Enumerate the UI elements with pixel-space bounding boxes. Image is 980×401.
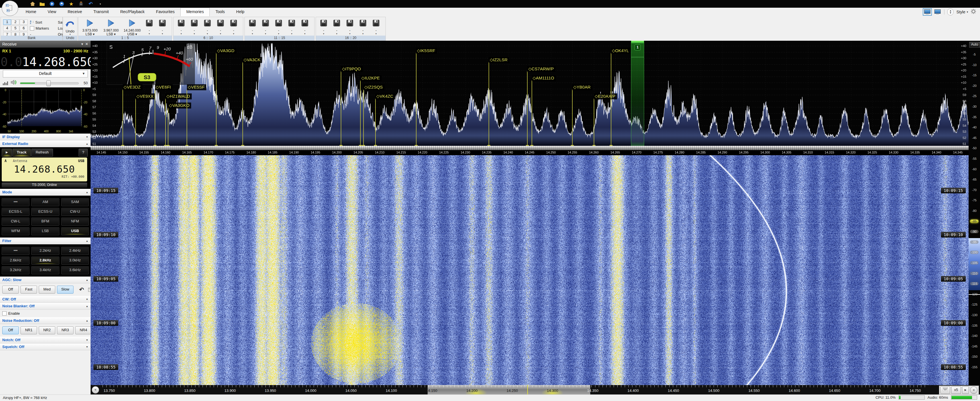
- mode-button-sam[interactable]: SAM: [61, 198, 89, 206]
- memory-save-icon[interactable]: [230, 19, 237, 27]
- scroll-left-button[interactable]: «: [92, 386, 99, 394]
- section-header-noise-reduction[interactable]: Noise Reduction: Off▴: [0, 317, 91, 324]
- scale-value--65[interactable]: -65: [969, 178, 980, 181]
- memory-save-icon[interactable]: [360, 19, 366, 27]
- tab-rec-playback[interactable]: Rec/Playback: [115, 8, 150, 16]
- level-scale-strip[interactable]: Auto -5-10-15-20-25-30-35-40-45-50-55-60…: [969, 41, 980, 385]
- undo-button[interactable]: [65, 19, 75, 29]
- memory-play-icon[interactable]: [87, 19, 94, 27]
- memory-save-icon[interactable]: [217, 19, 224, 27]
- markers-checkbox[interactable]: Markers: [30, 25, 57, 31]
- bank-button-3[interactable]: 3: [20, 19, 28, 25]
- scale-value--145[interactable]: -145: [969, 345, 980, 348]
- memory-slot-9[interactable]: -▾: [214, 19, 227, 35]
- tab-help[interactable]: Help: [231, 8, 250, 16]
- bank-button-6[interactable]: 6: [20, 25, 28, 31]
- section-header-agc[interactable]: AGC: Slow▴: [0, 277, 91, 283]
- memory-slot-dropdown[interactable]: ▾: [304, 32, 305, 35]
- agc-button-slow[interactable]: Slow: [57, 286, 73, 294]
- section-header-external-radio[interactable]: External Radio▴: [0, 140, 91, 147]
- memory-slot-16[interactable]: -▾: [317, 19, 330, 35]
- memory-save-icon[interactable]: [301, 19, 308, 27]
- section-header-mode[interactable]: Mode▴: [0, 189, 91, 196]
- speaker-icon[interactable]: [11, 80, 17, 86]
- nr-button-nr2[interactable]: NR2: [39, 326, 55, 334]
- app-logo-button[interactable]: [2, 0, 18, 16]
- tab-receive[interactable]: Receive: [62, 8, 88, 16]
- memory-slot-dropdown[interactable]: ▾: [291, 32, 292, 35]
- filter-button-2-8khz[interactable]: 2.8kHz: [31, 256, 59, 264]
- memory-slot-dropdown[interactable]: ▾: [349, 32, 350, 35]
- scale-value--90[interactable]: -90: [970, 230, 978, 233]
- memory-slot-17[interactable]: -▾: [330, 19, 343, 35]
- collapse-arrows-icon[interactable]: ▲▼: [947, 8, 953, 15]
- track-button[interactable]: Track: [13, 149, 31, 157]
- frequency-display[interactable]: 0.014.268.650: [0, 54, 91, 69]
- memory-save-icon[interactable]: [191, 19, 198, 27]
- memory-slot-12[interactable]: -▾: [259, 19, 272, 35]
- scale-value--125[interactable]: -125: [969, 303, 980, 306]
- play-icon[interactable]: [49, 1, 55, 7]
- undo-caret-icon[interactable]: ▾: [63, 33, 77, 36]
- scale-value--75[interactable]: -75: [969, 199, 980, 202]
- scale-value--40[interactable]: -40: [969, 126, 980, 129]
- memory-slot-dropdown[interactable]: ▾: [265, 32, 266, 35]
- auto-scale-button[interactable]: Auto: [969, 42, 980, 48]
- mode-button-wfm[interactable]: WFM: [2, 227, 29, 235]
- section-header-squelch[interactable]: Squelch: Off▾: [0, 344, 91, 350]
- scale-value--35[interactable]: -35: [969, 115, 980, 119]
- memory-slot-dropdown[interactable]: ▾: [323, 32, 324, 35]
- memory-slot-dropdown[interactable]: ▾: [278, 32, 279, 35]
- volume-slider[interactable]: [20, 80, 79, 86]
- scale-value--50[interactable]: -50: [969, 146, 980, 150]
- gear-icon[interactable]: [971, 9, 976, 15]
- memory-slot-6[interactable]: -▾: [175, 19, 188, 35]
- bank-button-2[interactable]: 2: [11, 19, 19, 25]
- scroll-right-button[interactable]: »: [970, 387, 977, 394]
- memory-slot-19[interactable]: -▾: [356, 19, 369, 35]
- memory-play-icon[interactable]: [108, 19, 115, 27]
- memory-slot-14[interactable]: -▾: [285, 19, 298, 35]
- memory-slot-dropdown[interactable]: ▾: [194, 32, 195, 35]
- mode-button-cw-u[interactable]: CW-U: [61, 208, 89, 216]
- home-icon[interactable]: [30, 1, 35, 7]
- memory-slot-8[interactable]: -▾: [201, 19, 214, 35]
- scale-value--100[interactable]: -100: [970, 251, 978, 254]
- keyboard-entry-button[interactable]: [940, 387, 950, 394]
- memory-slot-dropdown[interactable]: ▾: [252, 32, 253, 35]
- scale-value--85[interactable]: -85: [970, 220, 978, 223]
- waterfall-display[interactable]: 10:09:1510:09:1010:09:0510:09:0010:08:55…: [91, 155, 969, 385]
- monitor-2-icon[interactable]: [934, 9, 941, 15]
- bank-button-1[interactable]: 1: [3, 19, 11, 25]
- memory-play-icon[interactable]: [129, 19, 135, 27]
- memory-slot-dropdown[interactable]: ▾: [181, 32, 182, 35]
- nr-button-nr4[interactable]: NR4: [75, 326, 92, 334]
- memory-slot-13[interactable]: -▾: [272, 19, 285, 35]
- nr-button-off[interactable]: Off: [2, 326, 19, 334]
- nb-enable-checkbox[interactable]: [2, 311, 6, 315]
- spectrum-display[interactable]: S dB 1 3 5 7 9 +20 +40 +60 S3 +: [91, 41, 969, 155]
- memory-save-icon[interactable]: [146, 19, 153, 27]
- filter-button-3-6khz[interactable]: 3.6kHz: [61, 266, 89, 274]
- scale-value--20[interactable]: -20: [969, 84, 980, 88]
- section-header-notch[interactable]: Notch: Off▾: [0, 337, 91, 344]
- filter-button-2-2khz[interactable]: 2.2kHz: [31, 247, 59, 255]
- scale-value--60[interactable]: -60: [969, 167, 980, 171]
- mode-button-ecss-l[interactable]: ECSS-L: [2, 208, 29, 216]
- scale-value--110[interactable]: -110: [970, 272, 978, 275]
- volume-slider-knob[interactable]: [46, 80, 51, 86]
- filter-button-2-4khz[interactable]: 2.4kHz: [61, 247, 89, 255]
- memory-save-icon[interactable]: [347, 19, 353, 27]
- rx-tuning-band[interactable]: 1: [631, 41, 644, 150]
- radio-play-button[interactable]: ►: [2, 149, 12, 157]
- scale-value--55[interactable]: -55: [969, 157, 980, 160]
- scale-value--135[interactable]: -135: [969, 324, 980, 327]
- nr-button-nr3[interactable]: NR3: [57, 326, 73, 334]
- mode-button--[interactable]: •••: [2, 198, 29, 206]
- memory-slot-7[interactable]: -▾: [188, 19, 201, 35]
- memory-save-icon[interactable]: [249, 19, 256, 27]
- memory-slot-10[interactable]: -▾: [227, 19, 240, 35]
- help-button[interactable]: ?: [79, 149, 88, 157]
- scale-value--5[interactable]: -5: [969, 53, 980, 56]
- tab-view[interactable]: View: [42, 8, 62, 16]
